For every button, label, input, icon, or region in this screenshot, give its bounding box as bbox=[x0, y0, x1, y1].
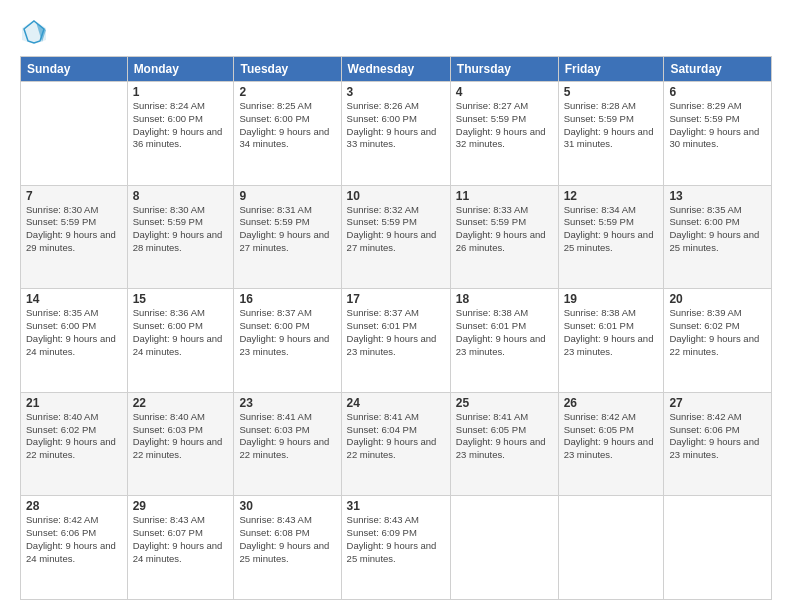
day-info: Sunrise: 8:42 AMSunset: 6:05 PMDaylight:… bbox=[564, 411, 654, 460]
calendar-cell: 31 Sunrise: 8:43 AMSunset: 6:09 PMDaylig… bbox=[341, 496, 450, 600]
day-number: 6 bbox=[669, 85, 766, 99]
day-info: Sunrise: 8:33 AMSunset: 5:59 PMDaylight:… bbox=[456, 204, 546, 253]
day-info: Sunrise: 8:34 AMSunset: 5:59 PMDaylight:… bbox=[564, 204, 654, 253]
logo-icon bbox=[20, 18, 48, 46]
day-info: Sunrise: 8:43 AMSunset: 6:09 PMDaylight:… bbox=[347, 514, 437, 563]
day-info: Sunrise: 8:40 AMSunset: 6:02 PMDaylight:… bbox=[26, 411, 116, 460]
calendar-header-friday: Friday bbox=[558, 57, 664, 82]
day-info: Sunrise: 8:38 AMSunset: 6:01 PMDaylight:… bbox=[564, 307, 654, 356]
day-number: 19 bbox=[564, 292, 659, 306]
calendar-cell: 9 Sunrise: 8:31 AMSunset: 5:59 PMDayligh… bbox=[234, 185, 341, 289]
day-number: 30 bbox=[239, 499, 335, 513]
day-number: 20 bbox=[669, 292, 766, 306]
day-info: Sunrise: 8:28 AMSunset: 5:59 PMDaylight:… bbox=[564, 100, 654, 149]
day-number: 2 bbox=[239, 85, 335, 99]
calendar-cell: 24 Sunrise: 8:41 AMSunset: 6:04 PMDaylig… bbox=[341, 392, 450, 496]
day-number: 25 bbox=[456, 396, 553, 410]
day-info: Sunrise: 8:41 AMSunset: 6:05 PMDaylight:… bbox=[456, 411, 546, 460]
day-number: 1 bbox=[133, 85, 229, 99]
day-number: 17 bbox=[347, 292, 445, 306]
calendar-cell: 23 Sunrise: 8:41 AMSunset: 6:03 PMDaylig… bbox=[234, 392, 341, 496]
day-number: 15 bbox=[133, 292, 229, 306]
calendar-cell: 12 Sunrise: 8:34 AMSunset: 5:59 PMDaylig… bbox=[558, 185, 664, 289]
day-number: 3 bbox=[347, 85, 445, 99]
calendar-cell: 30 Sunrise: 8:43 AMSunset: 6:08 PMDaylig… bbox=[234, 496, 341, 600]
day-number: 18 bbox=[456, 292, 553, 306]
calendar-cell: 26 Sunrise: 8:42 AMSunset: 6:05 PMDaylig… bbox=[558, 392, 664, 496]
day-number: 12 bbox=[564, 189, 659, 203]
day-number: 24 bbox=[347, 396, 445, 410]
calendar-header-monday: Monday bbox=[127, 57, 234, 82]
day-info: Sunrise: 8:41 AMSunset: 6:04 PMDaylight:… bbox=[347, 411, 437, 460]
day-number: 21 bbox=[26, 396, 122, 410]
calendar-cell: 7 Sunrise: 8:30 AMSunset: 5:59 PMDayligh… bbox=[21, 185, 128, 289]
calendar-week-row: 1 Sunrise: 8:24 AMSunset: 6:00 PMDayligh… bbox=[21, 82, 772, 186]
day-info: Sunrise: 8:42 AMSunset: 6:06 PMDaylight:… bbox=[669, 411, 759, 460]
day-number: 27 bbox=[669, 396, 766, 410]
calendar-cell: 29 Sunrise: 8:43 AMSunset: 6:07 PMDaylig… bbox=[127, 496, 234, 600]
calendar-week-row: 7 Sunrise: 8:30 AMSunset: 5:59 PMDayligh… bbox=[21, 185, 772, 289]
day-info: Sunrise: 8:35 AMSunset: 6:00 PMDaylight:… bbox=[26, 307, 116, 356]
calendar-header-wednesday: Wednesday bbox=[341, 57, 450, 82]
calendar-table: SundayMondayTuesdayWednesdayThursdayFrid… bbox=[20, 56, 772, 600]
calendar-cell: 1 Sunrise: 8:24 AMSunset: 6:00 PMDayligh… bbox=[127, 82, 234, 186]
calendar-cell bbox=[558, 496, 664, 600]
calendar-header-thursday: Thursday bbox=[450, 57, 558, 82]
day-info: Sunrise: 8:38 AMSunset: 6:01 PMDaylight:… bbox=[456, 307, 546, 356]
calendar-cell: 18 Sunrise: 8:38 AMSunset: 6:01 PMDaylig… bbox=[450, 289, 558, 393]
day-number: 10 bbox=[347, 189, 445, 203]
calendar-cell: 15 Sunrise: 8:36 AMSunset: 6:00 PMDaylig… bbox=[127, 289, 234, 393]
day-number: 14 bbox=[26, 292, 122, 306]
day-number: 7 bbox=[26, 189, 122, 203]
day-number: 4 bbox=[456, 85, 553, 99]
calendar-header-row: SundayMondayTuesdayWednesdayThursdayFrid… bbox=[21, 57, 772, 82]
day-info: Sunrise: 8:32 AMSunset: 5:59 PMDaylight:… bbox=[347, 204, 437, 253]
calendar-week-row: 21 Sunrise: 8:40 AMSunset: 6:02 PMDaylig… bbox=[21, 392, 772, 496]
day-number: 8 bbox=[133, 189, 229, 203]
day-info: Sunrise: 8:35 AMSunset: 6:00 PMDaylight:… bbox=[669, 204, 759, 253]
calendar-header-saturday: Saturday bbox=[664, 57, 772, 82]
calendar-cell bbox=[21, 82, 128, 186]
day-info: Sunrise: 8:25 AMSunset: 6:00 PMDaylight:… bbox=[239, 100, 329, 149]
day-number: 9 bbox=[239, 189, 335, 203]
calendar-week-row: 28 Sunrise: 8:42 AMSunset: 6:06 PMDaylig… bbox=[21, 496, 772, 600]
page: SundayMondayTuesdayWednesdayThursdayFrid… bbox=[0, 0, 792, 612]
day-number: 31 bbox=[347, 499, 445, 513]
day-number: 29 bbox=[133, 499, 229, 513]
day-info: Sunrise: 8:37 AMSunset: 6:01 PMDaylight:… bbox=[347, 307, 437, 356]
calendar-cell: 5 Sunrise: 8:28 AMSunset: 5:59 PMDayligh… bbox=[558, 82, 664, 186]
calendar-cell: 2 Sunrise: 8:25 AMSunset: 6:00 PMDayligh… bbox=[234, 82, 341, 186]
calendar-header-sunday: Sunday bbox=[21, 57, 128, 82]
calendar-cell: 14 Sunrise: 8:35 AMSunset: 6:00 PMDaylig… bbox=[21, 289, 128, 393]
day-info: Sunrise: 8:30 AMSunset: 5:59 PMDaylight:… bbox=[26, 204, 116, 253]
day-number: 22 bbox=[133, 396, 229, 410]
calendar-cell: 6 Sunrise: 8:29 AMSunset: 5:59 PMDayligh… bbox=[664, 82, 772, 186]
day-number: 11 bbox=[456, 189, 553, 203]
calendar-cell: 11 Sunrise: 8:33 AMSunset: 5:59 PMDaylig… bbox=[450, 185, 558, 289]
day-info: Sunrise: 8:24 AMSunset: 6:00 PMDaylight:… bbox=[133, 100, 223, 149]
calendar-cell: 4 Sunrise: 8:27 AMSunset: 5:59 PMDayligh… bbox=[450, 82, 558, 186]
day-info: Sunrise: 8:30 AMSunset: 5:59 PMDaylight:… bbox=[133, 204, 223, 253]
calendar-cell: 28 Sunrise: 8:42 AMSunset: 6:06 PMDaylig… bbox=[21, 496, 128, 600]
day-info: Sunrise: 8:37 AMSunset: 6:00 PMDaylight:… bbox=[239, 307, 329, 356]
calendar-cell: 16 Sunrise: 8:37 AMSunset: 6:00 PMDaylig… bbox=[234, 289, 341, 393]
calendar-cell: 3 Sunrise: 8:26 AMSunset: 6:00 PMDayligh… bbox=[341, 82, 450, 186]
calendar-cell: 8 Sunrise: 8:30 AMSunset: 5:59 PMDayligh… bbox=[127, 185, 234, 289]
day-number: 5 bbox=[564, 85, 659, 99]
calendar-header-tuesday: Tuesday bbox=[234, 57, 341, 82]
day-info: Sunrise: 8:43 AMSunset: 6:07 PMDaylight:… bbox=[133, 514, 223, 563]
calendar-cell bbox=[450, 496, 558, 600]
calendar-cell: 10 Sunrise: 8:32 AMSunset: 5:59 PMDaylig… bbox=[341, 185, 450, 289]
calendar-cell: 19 Sunrise: 8:38 AMSunset: 6:01 PMDaylig… bbox=[558, 289, 664, 393]
logo bbox=[20, 18, 52, 46]
calendar-cell: 22 Sunrise: 8:40 AMSunset: 6:03 PMDaylig… bbox=[127, 392, 234, 496]
day-info: Sunrise: 8:27 AMSunset: 5:59 PMDaylight:… bbox=[456, 100, 546, 149]
calendar-cell: 20 Sunrise: 8:39 AMSunset: 6:02 PMDaylig… bbox=[664, 289, 772, 393]
day-info: Sunrise: 8:41 AMSunset: 6:03 PMDaylight:… bbox=[239, 411, 329, 460]
day-number: 13 bbox=[669, 189, 766, 203]
header bbox=[20, 18, 772, 46]
day-info: Sunrise: 8:42 AMSunset: 6:06 PMDaylight:… bbox=[26, 514, 116, 563]
day-info: Sunrise: 8:39 AMSunset: 6:02 PMDaylight:… bbox=[669, 307, 759, 356]
calendar-cell: 27 Sunrise: 8:42 AMSunset: 6:06 PMDaylig… bbox=[664, 392, 772, 496]
calendar-cell: 17 Sunrise: 8:37 AMSunset: 6:01 PMDaylig… bbox=[341, 289, 450, 393]
